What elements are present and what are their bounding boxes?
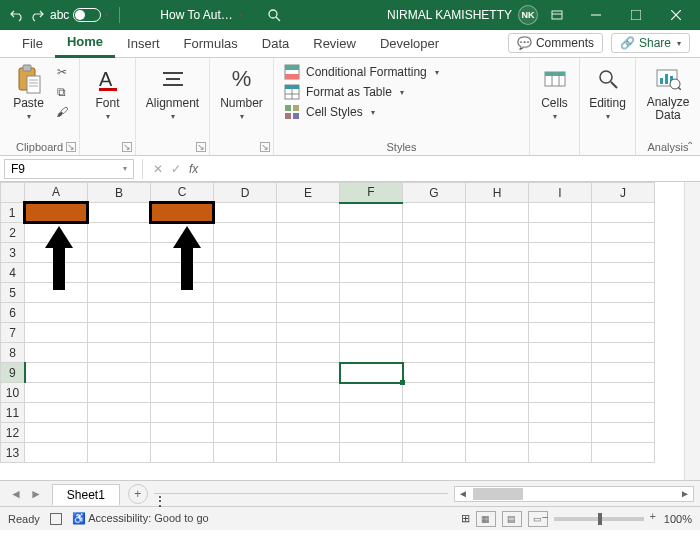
select-all-corner[interactable]: [1, 183, 25, 203]
cell[interactable]: [151, 243, 214, 263]
tab-insert[interactable]: Insert: [115, 32, 172, 57]
cell[interactable]: [214, 423, 277, 443]
column-header[interactable]: J: [592, 183, 655, 203]
copy-icon[interactable]: ⧉: [54, 84, 70, 100]
avatar[interactable]: NK: [518, 5, 538, 25]
row-header[interactable]: 7: [1, 323, 25, 343]
cell[interactable]: [25, 203, 88, 223]
cell[interactable]: [529, 323, 592, 343]
cell[interactable]: [592, 383, 655, 403]
redo-icon[interactable]: [30, 8, 44, 22]
search-icon[interactable]: [267, 8, 281, 22]
cell[interactable]: [466, 243, 529, 263]
cell[interactable]: [277, 443, 340, 463]
cell[interactable]: [529, 303, 592, 323]
cell[interactable]: [25, 303, 88, 323]
cell[interactable]: [340, 283, 403, 303]
cell[interactable]: [277, 343, 340, 363]
cell[interactable]: [592, 303, 655, 323]
cell[interactable]: [151, 363, 214, 383]
clipboard-launcher[interactable]: ↘: [66, 142, 76, 152]
worksheet-grid[interactable]: ABCDEFGHIJ12345678910111213: [0, 182, 700, 480]
row-header[interactable]: 4: [1, 263, 25, 283]
cell[interactable]: [592, 443, 655, 463]
zoom-slider[interactable]: [554, 517, 644, 521]
accessibility-status[interactable]: ♿ Accessibility: Good to go: [72, 512, 209, 525]
column-header[interactable]: A: [25, 183, 88, 203]
cell[interactable]: [214, 323, 277, 343]
cell[interactable]: [277, 403, 340, 423]
cell[interactable]: [88, 443, 151, 463]
font-launcher[interactable]: ↘: [122, 142, 132, 152]
cell[interactable]: [529, 263, 592, 283]
cell[interactable]: [592, 243, 655, 263]
cell[interactable]: [151, 283, 214, 303]
cell[interactable]: [25, 443, 88, 463]
sheet-next-icon[interactable]: ►: [30, 487, 42, 501]
cell[interactable]: [529, 443, 592, 463]
cells-button[interactable]: Cells ▾: [536, 62, 574, 123]
cell[interactable]: [529, 203, 592, 223]
zoom-level[interactable]: 100%: [664, 513, 692, 525]
column-header[interactable]: D: [214, 183, 277, 203]
cell[interactable]: [529, 423, 592, 443]
cell[interactable]: [25, 283, 88, 303]
cell[interactable]: [214, 243, 277, 263]
cell[interactable]: [25, 263, 88, 283]
cell[interactable]: [529, 283, 592, 303]
cell[interactable]: [403, 283, 466, 303]
page-layout-view-button[interactable]: ▤: [502, 511, 522, 527]
cell[interactable]: [214, 283, 277, 303]
cell[interactable]: [88, 423, 151, 443]
format-painter-icon[interactable]: 🖌: [54, 104, 70, 120]
cell[interactable]: [214, 403, 277, 423]
cell[interactable]: [340, 423, 403, 443]
document-title[interactable]: How To Aut…: [160, 8, 232, 22]
cell[interactable]: [25, 423, 88, 443]
undo-icon[interactable]: [10, 8, 24, 22]
row-header[interactable]: 5: [1, 283, 25, 303]
cell[interactable]: [25, 223, 88, 243]
cell[interactable]: [277, 423, 340, 443]
format-as-table-button[interactable]: Format as Table▾: [284, 82, 404, 102]
cell[interactable]: [151, 423, 214, 443]
cell[interactable]: [277, 363, 340, 383]
horizontal-scrollbar[interactable]: ◄►: [454, 486, 694, 502]
cell[interactable]: [340, 403, 403, 423]
cell[interactable]: [529, 383, 592, 403]
cell[interactable]: [151, 323, 214, 343]
cell[interactable]: [277, 283, 340, 303]
cell[interactable]: [592, 343, 655, 363]
column-header[interactable]: C: [151, 183, 214, 203]
cell[interactable]: [403, 323, 466, 343]
cell[interactable]: [151, 303, 214, 323]
cell-styles-button[interactable]: Cell Styles▾: [284, 102, 375, 122]
number-button[interactable]: % Number ▾: [216, 62, 267, 123]
cell[interactable]: [466, 263, 529, 283]
editing-button[interactable]: Editing ▾: [585, 62, 630, 123]
cell[interactable]: [466, 363, 529, 383]
tab-developer[interactable]: Developer: [368, 32, 451, 57]
cell[interactable]: [151, 223, 214, 243]
cell[interactable]: [88, 223, 151, 243]
cell[interactable]: [529, 403, 592, 423]
cell[interactable]: [403, 303, 466, 323]
cell[interactable]: [592, 223, 655, 243]
cell[interactable]: [151, 343, 214, 363]
analyze-data-button[interactable]: Analyze Data: [643, 62, 694, 124]
row-header[interactable]: 10: [1, 383, 25, 403]
fx-icon[interactable]: fx: [189, 162, 198, 176]
column-header[interactable]: E: [277, 183, 340, 203]
paste-button[interactable]: Paste ▾: [9, 62, 48, 123]
cell[interactable]: [88, 363, 151, 383]
cell[interactable]: [277, 223, 340, 243]
cell[interactable]: [403, 383, 466, 403]
cell[interactable]: [88, 303, 151, 323]
tab-file[interactable]: File: [10, 32, 55, 57]
cell[interactable]: [214, 303, 277, 323]
cell[interactable]: [403, 263, 466, 283]
tab-review[interactable]: Review: [301, 32, 368, 57]
cell[interactable]: [340, 363, 403, 383]
row-header[interactable]: 8: [1, 343, 25, 363]
cell[interactable]: [592, 283, 655, 303]
